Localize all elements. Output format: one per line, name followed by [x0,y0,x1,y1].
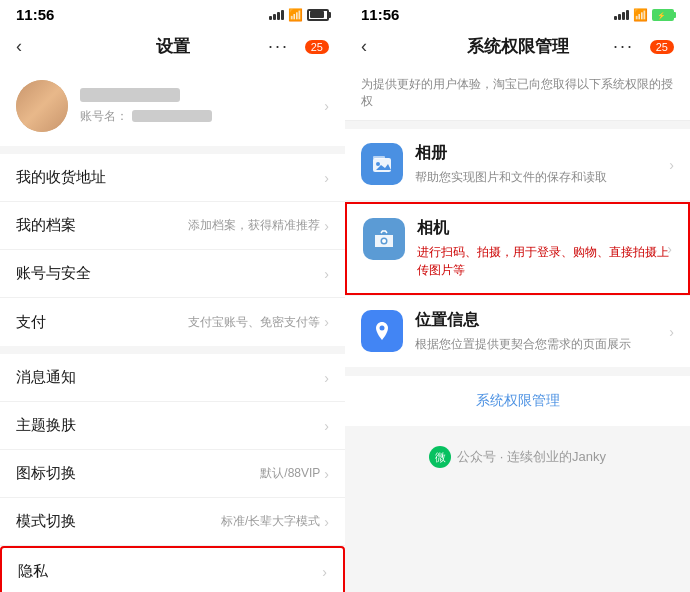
right-page-title: 系统权限管理 [467,35,569,58]
svg-point-2 [376,162,380,166]
location-content: 位置信息 根据您位置提供更契合您需求的页面展示 [415,310,674,353]
svg-point-6 [380,326,385,331]
right-panel: 11:56 📶 ⚡ ‹ 系统权限管理 ··· 25 为提供更好的用户体验，淘宝已… [345,0,690,592]
wechat-bar: 微 公众号 · 连续创业的Janky [345,434,690,480]
menu-chevron-theme: › [324,418,329,434]
album-svg [371,153,393,175]
left-page-title: 设置 [156,35,190,58]
right-status-icons: 📶 ⚡ [614,8,674,22]
left-panel: 11:56 📶 ‹ 设置 ··· 25 账 [0,0,345,592]
profile-info: 账号名： [80,88,324,125]
left-back-button[interactable]: ‹ [16,36,22,57]
camera-chevron: › [667,241,672,257]
username-blur [80,88,180,102]
account-value-blur [132,110,212,122]
svg-point-5 [382,239,386,243]
menu-chevron-privacy: › [322,564,327,580]
right-nav-bar: ‹ 系统权限管理 ··· 25 [345,27,690,66]
menu-item-icon-switch[interactable]: 图标切换 默认/88VIP › [0,450,345,498]
menu-item-account-security[interactable]: 账号与安全 › [0,250,345,298]
left-more-button[interactable]: ··· [268,36,289,57]
album-icon [361,143,403,185]
battery-icon [307,9,329,21]
menu-item-notification[interactable]: 消息通知 › [0,354,345,402]
permission-album[interactable]: 相册 帮助您实现图片和文件的保存和读取 › [345,129,690,200]
location-svg [371,320,393,342]
location-icon [361,310,403,352]
profile-section[interactable]: 账号名： › [0,66,345,146]
permission-location[interactable]: 位置信息 根据您位置提供更契合您需求的页面展示 › [345,296,690,367]
wechat-icon: 微 [429,446,451,468]
permission-camera[interactable]: 相机 进行扫码、拍摄，用于登录、购物、直接拍摄上传图片等 › [345,202,690,295]
camera-svg [373,228,395,250]
right-badge: 25 [650,40,674,54]
menu-item-theme[interactable]: 主题换肤 › [0,402,345,450]
avatar [16,80,68,132]
left-time: 11:56 [16,6,54,23]
menu-chevron-profile: › [324,218,329,234]
left-status-bar: 11:56 📶 [0,0,345,27]
settings-menu: 我的收货地址 › 我的档案 添加档案，获得精准推荐 › 账号与安全 › 支付 支… [0,154,345,346]
menu-chevron-address: › [324,170,329,186]
settings-menu-2: 消息通知 › 主题换肤 › 图标切换 默认/88VIP › 模式切换 标准/长辈… [0,354,345,592]
menu-item-address[interactable]: 我的收货地址 › [0,154,345,202]
menu-item-privacy[interactable]: 隐私 › [0,546,345,592]
account-label: 账号名： [80,108,128,125]
menu-item-mode-switch[interactable]: 模式切换 标准/长辈大字模式 › [0,498,345,546]
location-chevron: › [669,324,674,340]
right-signal-icon [614,10,629,20]
permission-description: 为提供更好的用户体验，淘宝已向您取得以下系统权限的授权 [345,66,690,121]
camera-content: 相机 进行扫码、拍摄，用于登录、购物、直接拍摄上传图片等 [417,218,672,279]
right-back-button[interactable]: ‹ [361,36,367,57]
menu-chevron-icon: › [324,466,329,482]
signal-icon [269,10,284,20]
right-wifi-icon: 📶 [633,8,648,22]
right-battery-icon: ⚡ [652,9,674,21]
menu-chevron-account: › [324,266,329,282]
profile-chevron: › [324,98,329,114]
wifi-icon: 📶 [288,8,303,22]
camera-icon [363,218,405,260]
left-badge: 25 [305,40,329,54]
menu-chevron-payment: › [324,314,329,330]
menu-chevron-notification: › [324,370,329,386]
menu-chevron-mode: › [324,514,329,530]
system-permission-link[interactable]: 系统权限管理 [345,376,690,426]
right-status-bar: 11:56 📶 ⚡ [345,0,690,27]
left-nav-bar: ‹ 设置 ··· 25 [0,27,345,66]
album-content: 相册 帮助您实现图片和文件的保存和读取 [415,143,674,186]
right-more-button[interactable]: ··· [613,36,634,57]
menu-item-profile[interactable]: 我的档案 添加档案，获得精准推荐 › [0,202,345,250]
svg-rect-1 [373,156,385,159]
menu-item-payment[interactable]: 支付 支付宝账号、免密支付等 › [0,298,345,346]
left-status-icons: 📶 [269,8,329,22]
right-time: 11:56 [361,6,399,23]
album-chevron: › [669,157,674,173]
wechat-text: 公众号 · 连续创业的Janky [457,448,606,466]
